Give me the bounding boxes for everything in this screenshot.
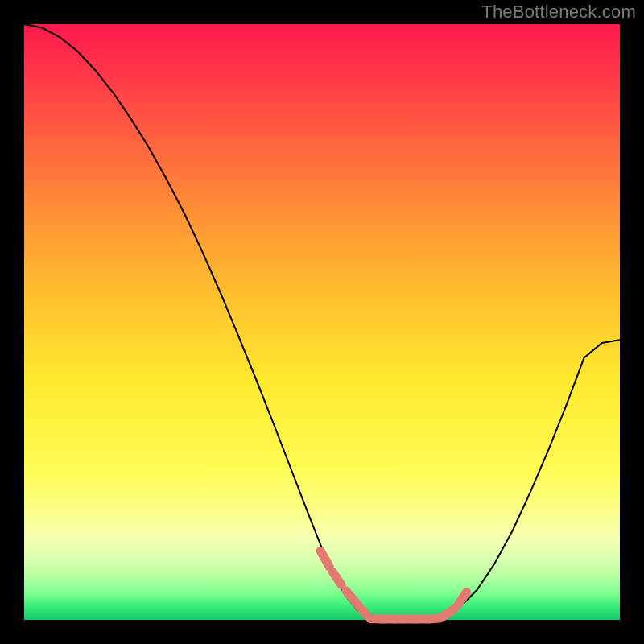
watermark-text: TheBottleneck.com (481, 2, 636, 23)
bottleneck-chart (0, 0, 644, 644)
chart-root: TheBottleneck.com (0, 0, 644, 644)
gradient-panel (24, 24, 620, 620)
